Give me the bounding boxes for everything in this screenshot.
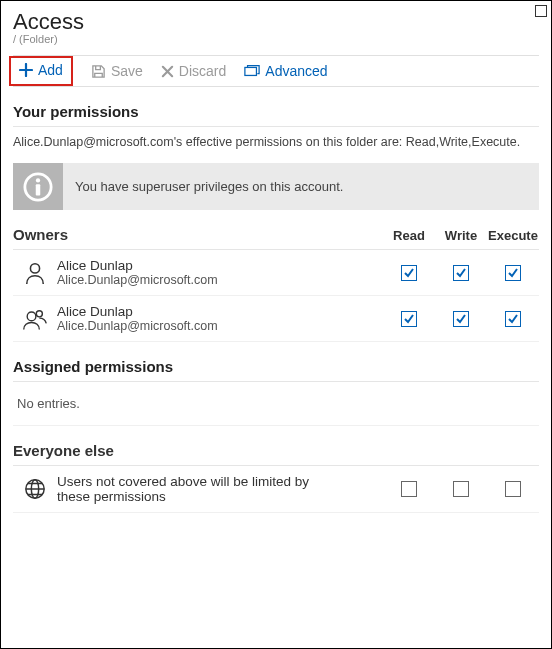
plus-icon	[19, 63, 33, 77]
advanced-icon	[244, 64, 260, 78]
discard-icon	[161, 65, 174, 78]
svg-rect-0	[245, 67, 257, 75]
owners-section: Owners Read Write Execute Alice Dunlap A…	[13, 226, 539, 342]
table-row: Users not covered above will be limited …	[13, 466, 539, 513]
checkbox-read[interactable]	[401, 311, 417, 327]
owner-email: Alice.Dunlap@microsoft.com	[57, 273, 383, 287]
your-permissions-description: Alice.Dunlap@microsoft.com's effective p…	[13, 135, 539, 149]
discard-label: Discard	[179, 63, 226, 79]
panel-header: Access / (Folder)	[13, 9, 539, 45]
everyone-header-row: Everyone else	[13, 442, 539, 466]
panel-subtitle: / (Folder)	[13, 33, 539, 45]
svg-point-5	[27, 312, 36, 321]
svg-point-2	[36, 178, 40, 182]
add-label: Add	[38, 62, 63, 78]
checkbox-write[interactable]	[453, 265, 469, 281]
checkbox-read[interactable]	[401, 265, 417, 281]
svg-point-4	[30, 263, 39, 272]
info-icon	[13, 163, 63, 210]
owners-header-row: Owners Read Write Execute	[13, 226, 539, 250]
col-write: Write	[435, 228, 487, 243]
save-button: Save	[91, 63, 143, 79]
owner-name: Alice Dunlap	[57, 258, 383, 273]
toolbar: Add Save Discard Advanced	[13, 55, 539, 87]
add-highlight: Add	[9, 56, 73, 86]
checkbox-write[interactable]	[453, 311, 469, 327]
globe-icon	[13, 478, 57, 500]
checkbox-execute[interactable]	[505, 265, 521, 281]
advanced-label: Advanced	[265, 63, 327, 79]
assigned-permissions-section: Assigned permissions No entries.	[13, 358, 539, 426]
your-permissions-section: Your permissions Alice.Dunlap@microsoft.…	[13, 103, 539, 210]
owner-email: Alice.Dunlap@microsoft.com	[57, 319, 383, 333]
checkbox-read[interactable]	[401, 481, 417, 497]
everyone-else-section: Everyone else Users not covered above wi…	[13, 442, 539, 513]
col-read: Read	[383, 228, 435, 243]
your-permissions-heading: Your permissions	[13, 103, 539, 127]
owners-heading: Owners	[13, 226, 383, 243]
col-execute: Execute	[487, 228, 539, 243]
svg-point-6	[36, 310, 42, 316]
table-row: Alice Dunlap Alice.Dunlap@microsoft.com	[13, 296, 539, 342]
assigned-heading: Assigned permissions	[13, 358, 539, 382]
checkbox-write[interactable]	[453, 481, 469, 497]
assigned-empty: No entries.	[13, 382, 539, 426]
add-button[interactable]: Add	[19, 62, 63, 78]
save-label: Save	[111, 63, 143, 79]
owner-name: Alice Dunlap	[57, 304, 383, 319]
checkbox-execute[interactable]	[505, 481, 521, 497]
save-icon	[91, 64, 106, 79]
everyone-heading: Everyone else	[13, 442, 383, 459]
discard-button: Discard	[161, 63, 226, 79]
access-panel: Access / (Folder) Add Save Discard Advan…	[0, 0, 552, 649]
panel-title: Access	[13, 9, 539, 35]
svg-rect-3	[36, 184, 41, 195]
advanced-button[interactable]: Advanced	[244, 63, 327, 79]
user-icon	[13, 261, 57, 285]
info-text: You have superuser privileges on this ac…	[63, 163, 355, 210]
group-icon	[13, 307, 57, 331]
everyone-description: Users not covered above will be limited …	[57, 474, 337, 504]
info-bar: You have superuser privileges on this ac…	[13, 163, 539, 210]
table-row: Alice Dunlap Alice.Dunlap@microsoft.com	[13, 250, 539, 296]
checkbox-execute[interactable]	[505, 311, 521, 327]
